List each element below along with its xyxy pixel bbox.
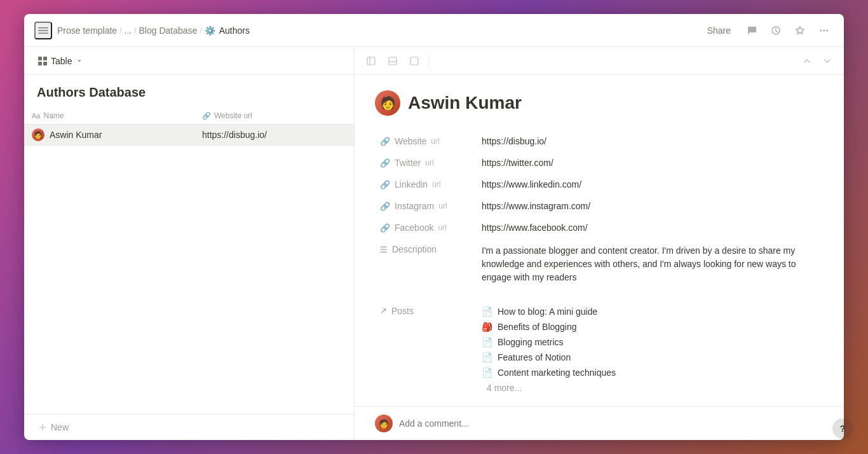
table-content: Authors Database Aa Name [24,75,354,414]
prop-label-description: Description [392,244,437,254]
prop-label-twitter: Twitter [395,158,421,168]
detail-panel: 🧑 Aswin Kumar 🔗 Website url https://disb… [355,47,844,440]
website-col-label: Website url [214,111,252,120]
breadcrumb: Prose template / ... / Blog Database / ⚙… [57,25,250,36]
post-icon-2: 🎒 [482,322,492,332]
name-col-icon: Aa [32,112,40,120]
facebook-url-link[interactable]: https://www.facebook.com/ [482,223,588,233]
comment-avatar: 🧑 [375,415,393,432]
svg-rect-9 [38,62,42,65]
post-item-5[interactable]: 📄 Content marketing techniques [477,366,824,380]
detail-body: 🧑 Aswin Kumar 🔗 Website url https://disb… [355,75,844,406]
post-item-2[interactable]: 🎒 Benefits of Blogging [477,320,824,334]
link-icon-facebook: 🔗 [380,223,390,233]
table-panel: Table Authors Database Aa Name [24,47,355,440]
posts-section: ↗ Posts 📄 How to blog: A mini guide 🎒 Be… [375,299,824,400]
full-page-button[interactable] [405,52,423,70]
menu-button[interactable] [34,22,52,39]
property-value-description: I'm a passionate blogger and content cre… [477,242,824,287]
post-item-3[interactable]: 📄 Blogging metrics [477,335,824,349]
website-col-icon: 🔗 [202,112,211,120]
svg-rect-10 [43,62,47,65]
collapse-button[interactable] [362,52,380,70]
row-website-value: https://disbug.io/ [202,130,267,140]
twitter-url-link[interactable]: https://twitter.com/ [482,158,553,168]
property-value-linkedin: https://www.linkedin.com/ [477,177,824,192]
posts-more-link[interactable]: 4 more... [482,381,824,395]
table-view-button[interactable]: Table [34,53,87,69]
prop-label-website: Website [395,136,426,146]
svg-point-6 [827,29,829,31]
favorite-button[interactable] [790,21,810,40]
updates-button[interactable] [766,21,785,40]
table-view-label: Table [51,56,72,66]
svg-rect-8 [43,57,47,60]
prop-sub-instagram: url [438,202,447,210]
share-button[interactable]: Share [701,21,737,40]
property-row-twitter[interactable]: 🔗 Twitter url https://twitter.com/ [375,153,824,173]
instagram-url-link[interactable]: https://www.instagram.com/ [482,201,590,211]
breadcrumb-prose[interactable]: Prose template [57,25,117,36]
property-row-facebook[interactable]: 🔗 Facebook url https://www.facebook.com/ [375,217,824,238]
side-peek-button[interactable] [384,52,402,70]
linkedin-url-link[interactable]: https://www.linkedin.com/ [482,179,581,189]
gear-icon: ⚙️ [205,25,215,36]
link-icon-website: 🔗 [380,137,390,146]
share-label: Share [707,25,731,36]
posts-label-text: Posts [391,306,414,316]
post-icon-5: 📄 [482,368,492,378]
link-icon-linkedin: 🔗 [380,180,390,189]
breadcrumb-current: ⚙️ Authors [205,25,250,36]
property-row-linkedin[interactable]: 🔗 Linkedin url https://www.linkedin.com/ [375,174,824,195]
main-content: Table Authors Database Aa Name [24,47,844,440]
prev-record-button[interactable] [798,52,816,70]
comment-input[interactable] [399,418,824,429]
text-icon-description: ☰ [380,245,388,254]
property-label-instagram: 🔗 Instagram url [375,198,477,214]
link-icon-instagram: 🔗 [380,202,390,211]
breadcrumb-ellipsis[interactable]: ... [125,25,132,36]
next-record-button[interactable] [818,52,836,70]
property-row-description[interactable]: ☰ Description I'm a passionate blogger a… [375,239,824,289]
comment-button[interactable] [742,21,761,40]
more-button[interactable] [815,21,834,40]
posts-icon: ↗ [380,306,387,315]
property-value-facebook: https://www.facebook.com/ [477,220,824,235]
property-label-linkedin: 🔗 Linkedin url [375,177,477,192]
row-avatar: 🧑 [32,128,44,141]
property-row-website[interactable]: 🔗 Website url https://disbug.io/ [375,131,824,151]
row-name-value: Aswin Kumar [50,130,102,140]
property-value-website: https://disbug.io/ [477,134,824,149]
property-label-facebook: 🔗 Facebook url [375,220,477,235]
post-label-1: How to blog: A mini guide [498,306,597,317]
website-url-link[interactable]: https://disbug.io/ [482,136,546,146]
property-row-instagram[interactable]: 🔗 Instagram url https://www.instagram.co… [375,196,824,216]
svg-rect-0 [38,27,48,29]
breadcrumb-blog-db[interactable]: Blog Database [139,25,198,36]
breadcrumb-sep-2: / [134,26,136,35]
help-button[interactable]: ? [832,418,853,439]
new-row-button[interactable]: New [34,420,72,435]
table-grid: Aa Name 🔗 Website url [24,107,354,146]
svg-rect-2 [38,32,48,34]
breadcrumb-sep-3: / [200,26,201,35]
record-title-row: 🧑 Aswin Kumar [375,90,824,116]
property-label-website: 🔗 Website url [375,134,477,149]
post-item-1[interactable]: 📄 How to blog: A mini guide [477,305,824,319]
top-nav: Prose template / ... / Blog Database / ⚙… [24,14,844,47]
table-footer: New [24,414,354,440]
record-emoji: 🧑 [375,90,400,116]
prop-sub-twitter: url [425,158,433,167]
detail-toolbar [355,47,844,75]
db-title: Authors Database [24,75,354,107]
new-row-label: New [51,422,69,432]
prop-sub-website: url [431,137,439,146]
detail-nav [798,52,836,70]
post-item-4[interactable]: 📄 Features of Notion [477,350,824,364]
svg-rect-15 [389,57,397,65]
table-row[interactable]: 🧑 Aswin Kumar https://disbug.io/ [24,125,354,146]
post-label-2: Benefits of Blogging [498,322,577,332]
svg-rect-7 [38,57,42,60]
breadcrumb-sep-1: / [119,26,121,35]
post-label-3: Blogging metrics [498,337,564,347]
